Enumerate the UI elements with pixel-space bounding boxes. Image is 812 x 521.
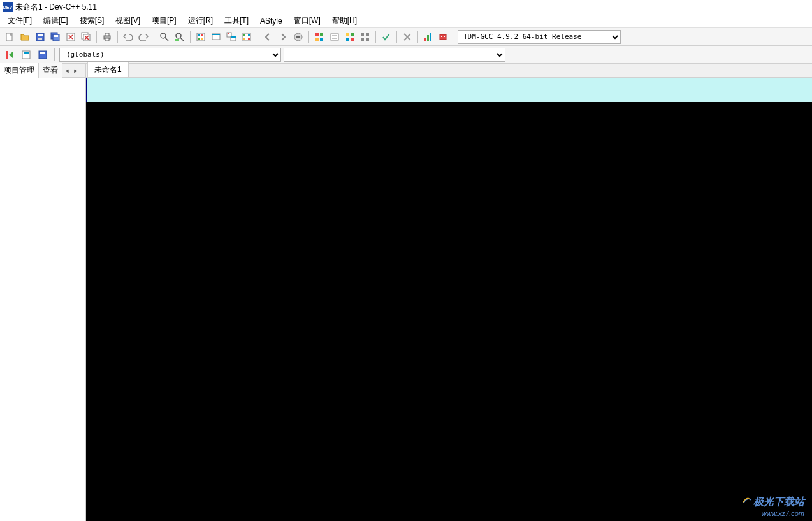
rebuild-all-button[interactable] [240, 30, 254, 44]
editor-tab-untitled1[interactable]: 未命名1 [87, 62, 129, 77]
toolbar-separator [154, 31, 154, 43]
new-file-button[interactable] [3, 30, 17, 44]
goto-def-button[interactable] [3, 48, 17, 62]
svg-rect-36 [320, 38, 323, 41]
compile-run-button[interactable] [224, 30, 238, 44]
toolbar-separator [417, 31, 418, 43]
svg-rect-29 [248, 34, 250, 36]
menu-run[interactable]: 运行[R] [183, 14, 218, 27]
menu-tools[interactable]: 工具[T] [219, 14, 254, 27]
svg-rect-6 [54, 35, 58, 37]
forward-button[interactable] [276, 30, 290, 44]
globals-select[interactable]: (globals) [59, 48, 281, 62]
toolbar-separator [96, 31, 97, 43]
svg-rect-44 [366, 33, 369, 36]
stop-button[interactable] [291, 30, 305, 44]
svg-point-13 [161, 33, 166, 38]
svg-rect-0 [6, 33, 12, 41]
editor-tabs: 未命名1 [86, 64, 812, 78]
menu-edit[interactable]: 编辑[E] [38, 14, 73, 27]
debug-button[interactable] [312, 30, 326, 44]
editor-content[interactable] [86, 78, 812, 521]
svg-rect-49 [440, 34, 446, 40]
sidebar-tab-project[interactable]: 项目管理 [0, 63, 39, 78]
step-over-button[interactable] [328, 30, 342, 44]
svg-rect-55 [39, 51, 47, 59]
svg-rect-40 [346, 38, 349, 41]
svg-rect-45 [366, 38, 369, 41]
toolbar-separator [257, 31, 257, 43]
app-icon: DEV [3, 2, 13, 12]
svg-rect-19 [198, 38, 200, 40]
sidebar-tabs: 项目管理 查看 ◄ ► [0, 64, 85, 78]
toolbar-separator [454, 31, 454, 43]
open-button[interactable] [18, 30, 32, 44]
compiler-select[interactable]: TDM-GCC 4.9.2 64-bit Release [458, 30, 621, 44]
check-button[interactable] [379, 30, 393, 44]
compile-button[interactable] [194, 30, 208, 44]
menu-search[interactable]: 搜索[S] [75, 14, 110, 27]
save-all-button[interactable] [48, 30, 62, 44]
titlebar: DEV 未命名1 - Dev-C++ 5.11 [0, 0, 812, 14]
svg-rect-17 [198, 34, 200, 36]
menu-astyle[interactable]: AStyle [255, 15, 287, 27]
menu-project[interactable]: 项目[P] [147, 14, 182, 27]
toolbar-separator [117, 31, 118, 43]
secondary-toolbar: (globals) [0, 46, 812, 64]
menu-help[interactable]: 帮助[H] [327, 14, 362, 27]
editor-background[interactable] [86, 102, 812, 521]
svg-rect-48 [430, 33, 431, 41]
main-toolbar: TDM-GCC 4.9.2 64-bit Release [0, 28, 812, 46]
svg-rect-50 [441, 36, 442, 37]
close-all-button[interactable] [79, 30, 93, 44]
tools-button[interactable] [437, 30, 451, 44]
bookmark2-button[interactable] [36, 48, 50, 62]
run-button[interactable] [209, 30, 223, 44]
close-button[interactable] [64, 30, 78, 44]
find-button[interactable] [157, 30, 171, 44]
sidebar-tab-view[interactable]: 查看 [39, 63, 62, 78]
print-button[interactable] [100, 30, 114, 44]
toolbar-separator [190, 31, 191, 43]
step-out-button[interactable] [358, 30, 372, 44]
editor-current-line[interactable] [86, 78, 812, 102]
tab-nav-right[interactable]: ► [71, 65, 80, 77]
tab-nav-left[interactable]: ◄ [62, 65, 71, 77]
menu-window[interactable]: 窗口[W] [289, 14, 326, 27]
main-area: 项目管理 查看 ◄ ► 未命名1 [0, 64, 812, 521]
svg-rect-30 [243, 38, 245, 40]
members-select[interactable] [284, 48, 505, 62]
replace-button[interactable] [173, 30, 187, 44]
svg-rect-3 [38, 38, 42, 40]
sidebar: 项目管理 查看 ◄ ► [0, 64, 86, 521]
svg-rect-28 [243, 34, 245, 36]
redo-button[interactable] [136, 30, 150, 44]
svg-rect-56 [40, 52, 45, 54]
svg-rect-34 [320, 33, 323, 36]
menubar: 文件[F] 编辑[E] 搜索[S] 视图[V] 项目[P] 运行[R] 工具[T… [0, 14, 812, 28]
svg-rect-26 [231, 36, 236, 38]
svg-rect-18 [201, 34, 203, 36]
svg-rect-24 [228, 33, 229, 34]
svg-rect-20 [201, 38, 203, 40]
svg-rect-35 [315, 38, 319, 41]
svg-rect-31 [248, 38, 250, 40]
svg-rect-15 [175, 39, 179, 41]
editor-area: 未命名1 [86, 64, 812, 521]
bookmark-button[interactable] [19, 48, 33, 62]
svg-rect-42 [361, 33, 364, 36]
save-button[interactable] [33, 30, 47, 44]
back-button[interactable] [261, 30, 275, 44]
menu-view[interactable]: 视图[V] [110, 14, 145, 27]
toolbar-separator [54, 48, 55, 61]
step-into-button[interactable] [343, 30, 357, 44]
svg-rect-51 [444, 36, 445, 37]
profile-button[interactable] [421, 30, 435, 44]
undo-button[interactable] [121, 30, 135, 44]
toolbar-separator [308, 31, 309, 43]
svg-rect-53 [22, 51, 30, 59]
svg-rect-54 [24, 52, 29, 54]
toolbar-separator [396, 31, 397, 43]
menu-file[interactable]: 文件[F] [3, 14, 37, 27]
cancel-button[interactable] [400, 30, 414, 44]
